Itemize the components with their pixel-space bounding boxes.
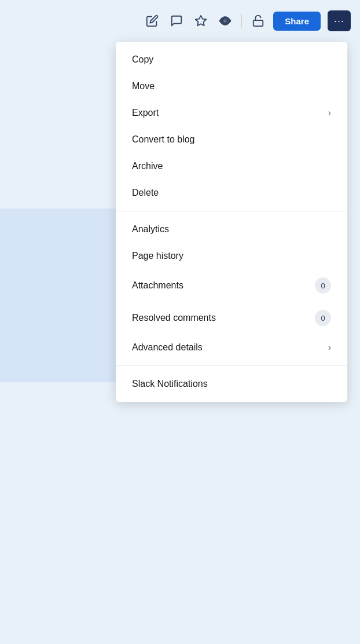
star-icon[interactable] xyxy=(193,13,209,29)
lock-icon[interactable] xyxy=(250,13,266,29)
export-label: Export xyxy=(132,108,159,118)
page-history-label: Page history xyxy=(132,251,183,261)
share-button[interactable]: Share xyxy=(273,12,321,31)
menu-item-delete[interactable]: Delete xyxy=(116,180,347,206)
svg-rect-4 xyxy=(254,20,263,26)
toolbar-divider xyxy=(241,14,242,28)
menu-item-page-history[interactable]: Page history xyxy=(116,243,347,269)
menu-section-2: Analytics Page history Attachments 0 Res… xyxy=(116,211,347,365)
menu-item-convert[interactable]: Convert to blog xyxy=(116,126,347,153)
menu-item-analytics[interactable]: Analytics xyxy=(116,216,347,243)
menu-item-export[interactable]: Export › xyxy=(116,100,347,126)
ellipsis-icon: ··· xyxy=(334,15,344,27)
attachments-badge: 0 xyxy=(315,277,331,294)
menu-item-move[interactable]: Move xyxy=(116,73,347,100)
menu-section-1: Copy Move Export › Convert to blog Archi… xyxy=(116,42,347,211)
menu-item-slack-notifications[interactable]: Slack Notifications xyxy=(116,371,347,397)
export-chevron-icon: › xyxy=(328,108,331,118)
menu-item-resolved-comments[interactable]: Resolved comments 0 xyxy=(116,302,347,334)
advanced-details-chevron-icon: › xyxy=(328,342,331,353)
comment-icon[interactable] xyxy=(168,13,185,29)
watch-icon[interactable] xyxy=(217,13,233,29)
dropdown-menu: Copy Move Export › Convert to blog Archi… xyxy=(116,42,347,402)
menu-item-attachments[interactable]: Attachments 0 xyxy=(116,269,347,302)
menu-item-copy[interactable]: Copy xyxy=(116,46,347,73)
copy-label: Copy xyxy=(132,54,153,65)
convert-label: Convert to blog xyxy=(132,134,195,145)
delete-label: Delete xyxy=(132,188,159,198)
archive-label: Archive xyxy=(132,161,163,171)
menu-item-advanced-details[interactable]: Advanced details › xyxy=(116,334,347,361)
resolved-comments-badge: 0 xyxy=(315,310,331,326)
menu-item-archive[interactable]: Archive xyxy=(116,153,347,180)
svg-point-3 xyxy=(225,20,226,22)
attachments-label: Attachments xyxy=(132,280,183,291)
menu-section-3: Slack Notifications xyxy=(116,365,347,402)
svg-marker-0 xyxy=(196,16,206,25)
move-label: Move xyxy=(132,81,155,92)
toolbar: Share ··· xyxy=(0,0,360,42)
more-options-button[interactable]: ··· xyxy=(328,10,351,31)
edit-icon[interactable] xyxy=(144,13,160,29)
resolved-comments-label: Resolved comments xyxy=(132,313,216,323)
slack-notifications-label: Slack Notifications xyxy=(132,379,208,389)
blue-side-panel xyxy=(0,208,116,382)
analytics-label: Analytics xyxy=(132,224,169,235)
advanced-details-label: Advanced details xyxy=(132,342,203,353)
toolbar-icons xyxy=(144,13,266,29)
